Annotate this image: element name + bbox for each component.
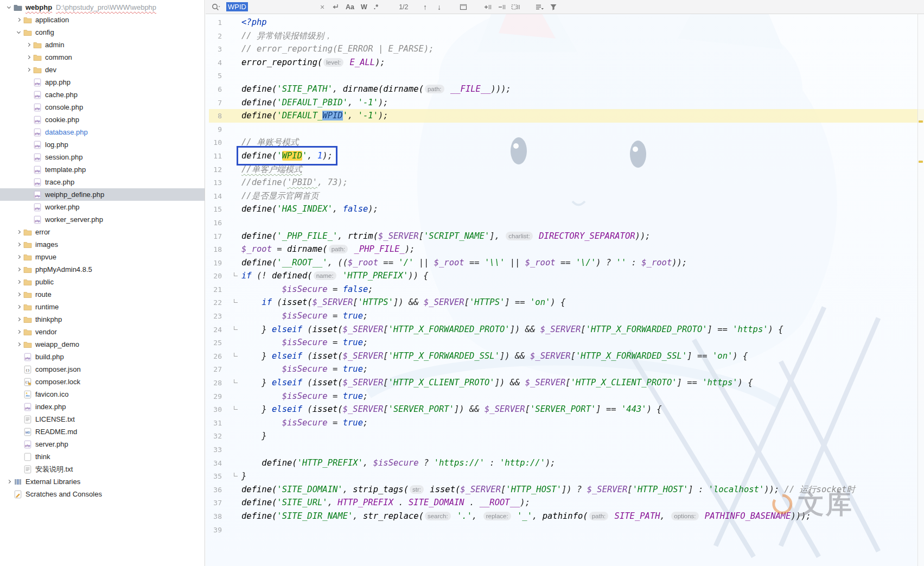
chevron-right-icon[interactable] — [14, 243, 23, 246]
tree-item-composer-lock[interactable]: { }composer.lock — [0, 376, 205, 388]
tree-item-database-php[interactable]: phpdatabase.php — [0, 126, 205, 138]
clear-search-icon[interactable]: × — [317, 3, 327, 11]
fold-marker-icon[interactable] — [234, 473, 238, 476]
add-occurrence-icon[interactable] — [481, 2, 493, 12]
line-number[interactable]: 13 — [209, 176, 225, 190]
chevron-down-icon[interactable] — [14, 31, 23, 33]
tree-item-external-libraries[interactable]: External Libraries — [0, 475, 205, 488]
code-text[interactable]: } elseif (isset($_SERVER['HTTP_X_CLIENT_… — [241, 378, 753, 387]
line-number[interactable]: 9 — [209, 123, 225, 137]
code-line-8[interactable]: 8define('DEFAULT_WPID', '-1'); — [209, 109, 924, 123]
code-line-10[interactable]: 10// 单账号模式 — [209, 136, 924, 149]
code-line-5[interactable]: 5 — [209, 69, 924, 82]
line-number[interactable]: 10 — [209, 136, 225, 150]
tree-item-runtime[interactable]: runtime — [0, 301, 205, 313]
line-number[interactable]: 20 — [209, 270, 225, 283]
filter-icon[interactable] — [547, 2, 559, 12]
code-text[interactable]: define('SITE_DOMAIN', strip_tags(str: is… — [241, 485, 855, 494]
code-line-4[interactable]: 4error_reporting(level: E_ALL); — [209, 56, 924, 69]
tree-item-config[interactable]: config — [0, 26, 205, 39]
code-line-9[interactable]: 9 — [209, 123, 924, 136]
line-number[interactable]: 6 — [209, 83, 225, 97]
code-line-6[interactable]: 6define('SITE_PATH', dirname(dirname(pat… — [209, 82, 924, 96]
line-number[interactable]: 18 — [209, 243, 225, 257]
tree-item-admin[interactable]: admin — [0, 39, 205, 51]
chevron-right-icon[interactable] — [14, 18, 23, 21]
tree-item-worker-php[interactable]: phpworker.php — [0, 201, 205, 213]
line-number[interactable]: 31 — [209, 417, 225, 430]
code-line-27[interactable]: 27 $isSecure = true; — [209, 363, 924, 376]
fold-marker-icon[interactable] — [234, 299, 238, 303]
remove-occurrence-icon[interactable] — [495, 2, 507, 12]
code-text[interactable]: } elseif (isset($_SERVER['SERVER_PORT'])… — [241, 404, 662, 414]
line-number[interactable]: 3 — [209, 43, 225, 56]
code-text[interactable]: $isSecure = true; — [241, 391, 368, 401]
code-text[interactable]: $isSecure = false; — [241, 284, 373, 294]
code-line-12[interactable]: 12//单客户端模式 — [209, 163, 924, 176]
tree-item-readme-md[interactable]: MDREADME.md — [0, 425, 205, 438]
line-number[interactable]: 33 — [209, 443, 225, 457]
newline-icon[interactable] — [329, 2, 341, 12]
code-line-7[interactable]: 7define('DEFAULT_PBID', '-1'); — [209, 96, 924, 110]
chevron-right-icon[interactable] — [4, 480, 13, 483]
tree-item-think[interactable]: think — [0, 450, 205, 463]
error-stripe[interactable] — [917, 14, 924, 566]
code-line-15[interactable]: 15define('HAS_INDEX', false); — [209, 202, 924, 216]
line-number[interactable]: 26 — [209, 350, 225, 364]
code-line-11[interactable]: 11define('WPID', 1); — [209, 149, 924, 163]
code-text[interactable]: <?php — [241, 17, 267, 27]
code-text[interactable]: define('_PHP_FILE_', rtrim($_SERVER['SCR… — [241, 231, 651, 241]
match-stripe-mark[interactable] — [919, 161, 923, 163]
code-line-3[interactable]: 3// error_reporting(E_ERROR | E_PARSE); — [209, 42, 924, 56]
fold-marker-icon[interactable] — [234, 379, 238, 383]
line-number[interactable]: 8 — [209, 110, 225, 123]
code-text[interactable]: } elseif (isset($_SERVER['HTTP_X_FORWARD… — [241, 351, 748, 361]
line-number[interactable]: 19 — [209, 257, 225, 270]
code-line-24[interactable]: 24 } elseif (isset($_SERVER['HTTP_X_FORW… — [209, 323, 924, 336]
code-text[interactable]: if (! defined(name: 'HTTP_PREFIX')) { — [241, 271, 429, 281]
code-line-14[interactable]: 14//是否显示官网首页 — [209, 189, 924, 203]
line-number[interactable]: 34 — [209, 457, 225, 470]
code-line-18[interactable]: 18$_root = dirname(path: _PHP_FILE_); — [209, 243, 924, 256]
fold-marker-icon[interactable] — [234, 406, 238, 410]
tree-item-phpmyadmin4-8-5[interactable]: phpMyAdmin4.8.5 — [0, 263, 205, 276]
code-text[interactable]: //define('PBID', 73); — [241, 177, 348, 187]
chevron-right-icon[interactable] — [14, 268, 23, 271]
line-number[interactable]: 14 — [209, 190, 225, 203]
chevron-right-icon[interactable] — [14, 256, 23, 258]
tree-item-cookie-php[interactable]: phpcookie.php — [0, 113, 205, 126]
code-text[interactable]: $isSecure = true; — [241, 418, 368, 428]
line-number[interactable]: 37 — [209, 497, 225, 510]
code-text[interactable]: define('SITE_DIR_NAME', str_replace(sear… — [241, 511, 811, 521]
code-line-19[interactable]: 19define('__ROOT__', (($_root == '/' || … — [209, 256, 924, 270]
code-line-38[interactable]: 38define('SITE_DIR_NAME', str_replace(se… — [209, 510, 924, 523]
tree-item-worker-server-php[interactable]: phpworker_server.php — [0, 213, 205, 226]
line-number[interactable]: 22 — [209, 296, 225, 310]
regex-toggle[interactable]: .* — [372, 3, 380, 11]
line-number[interactable]: 12 — [209, 163, 225, 177]
code-text[interactable]: //是否显示官网首页 — [241, 191, 319, 201]
tree-item-weiapp-demo[interactable]: weiapp_demo — [0, 338, 205, 351]
code-text[interactable]: // error_reporting(E_ERROR | E_PARSE); — [241, 44, 434, 54]
line-number[interactable]: 4 — [209, 56, 225, 70]
code-text[interactable]: $isSecure = true; — [241, 338, 368, 347]
tree-item-scratches-and-consoles[interactable]: Scratches and Consoles — [0, 488, 205, 500]
code-line-39[interactable]: 39 — [209, 523, 924, 537]
next-match-icon[interactable]: ↓ — [434, 2, 445, 12]
code-line-22[interactable]: 22 if (isset($_SERVER['HTTPS']) && $_SER… — [209, 296, 924, 309]
code-line-37[interactable]: 37define('SITE_URL', HTTP_PREFIX . SITE_… — [209, 496, 924, 510]
chevron-right-icon[interactable] — [14, 318, 23, 321]
tree-item-error[interactable]: error — [0, 226, 205, 238]
code-text[interactable]: } — [241, 431, 267, 441]
chevron-right-icon[interactable] — [14, 293, 23, 296]
tree-item-log-php[interactable]: phplog.php — [0, 138, 205, 151]
code-text[interactable]: define('SITE_URL', HTTP_PREFIX . SITE_DO… — [241, 498, 530, 507]
tree-item-session-php[interactable]: phpsession.php — [0, 151, 205, 163]
chevron-right-icon[interactable] — [14, 306, 23, 308]
code-line-31[interactable]: 31 $isSecure = true; — [209, 416, 924, 430]
code-text[interactable]: error_reporting(level: E_ALL); — [241, 58, 385, 67]
code-text[interactable]: $isSecure = true; — [241, 311, 368, 321]
code-line-32[interactable]: 32 } — [209, 429, 924, 443]
tree-item-webphp[interactable]: webphpD:\phpstudy_pro\WWW\webphp — [0, 1, 205, 14]
tree-item-application[interactable]: application — [0, 14, 205, 26]
